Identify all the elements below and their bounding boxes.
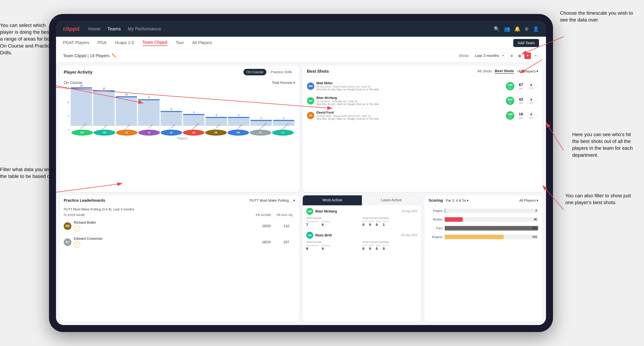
scoring-card: Scoring Par 3, 4 & 5s ▾ All Players ▾ bbox=[424, 195, 542, 322]
sub-nav-all-players[interactable]: All Players bbox=[192, 40, 212, 46]
search-icon[interactable]: 🔍 bbox=[494, 26, 500, 32]
scoring-header: Scoring Par 3, 4 & 5s ▾ All Players ▾ bbox=[424, 195, 542, 206]
total-rounds-label-1: Total Rounds bbox=[306, 240, 361, 243]
best-shots-card: Best Shots All Shots Best Shots ▾ All Pl… bbox=[303, 66, 542, 192]
best-shots-tab[interactable]: Best Shots bbox=[495, 69, 514, 74]
lb-row-1: EC Edward Crossman 2 18/20 107 bbox=[60, 234, 299, 250]
user-circle-icon[interactable]: 👤 bbox=[533, 26, 539, 32]
chart-filter[interactable]: Total Rounds ▾ bbox=[272, 81, 295, 85]
scoring-row-0: Eagles 3 bbox=[428, 208, 538, 213]
bar-group-4: 5E. Ebert bbox=[161, 108, 182, 129]
practice-activities-block-0: Total Practice Activities GTT0 APP0 ARG0… bbox=[362, 216, 418, 227]
arg-col-1: ARG0 bbox=[376, 244, 381, 251]
rounds-values-0: Tournament7 Practice6 bbox=[306, 220, 361, 227]
practice-drills-tab[interactable]: Practice Drills bbox=[268, 69, 295, 75]
bar-chart: 13B. McHarg12R. Britt10D. Ford9J. Coles5… bbox=[70, 87, 295, 129]
most-active-tab[interactable]: Most Active bbox=[303, 195, 362, 205]
bar-label-top: 9 bbox=[148, 96, 150, 99]
bar bbox=[250, 120, 272, 126]
activity-avatar-0: BM bbox=[306, 208, 313, 215]
on-course-tab[interactable]: On Course bbox=[244, 69, 266, 75]
nav-logo: clippd bbox=[63, 26, 80, 32]
shot-item-0[interactable]: MMMatt Miller 09 Jun 2023 · Royal North … bbox=[307, 79, 538, 93]
list-view-icon[interactable]: ▦ bbox=[516, 52, 523, 59]
activity-header-0: BM Blair McHarg 26 Aug 2023 bbox=[306, 208, 418, 215]
chevron-right-icon-1: › bbox=[537, 99, 538, 103]
tournament-col-1: Tournament8 bbox=[306, 244, 318, 251]
bar-label-top: 3 bbox=[238, 114, 240, 117]
annotation-player-select: You can select which player is doing the… bbox=[0, 22, 58, 56]
nav-teams[interactable]: Teams bbox=[108, 26, 121, 32]
sub-nav-hcaps[interactable]: Hcaps 1-5 bbox=[115, 40, 134, 46]
timescale-select[interactable]: Last 3 months bbox=[472, 52, 505, 59]
player-avatar-7: MM bbox=[228, 130, 249, 136]
most-active-card: Most Active Least Active BM Blair McHarg… bbox=[303, 195, 421, 322]
bar bbox=[71, 87, 92, 126]
bar-group-2: 10D. Ford bbox=[116, 93, 137, 129]
least-active-tab[interactable]: Least Active bbox=[362, 195, 421, 205]
player-activity-body: On Course Total Rounds ▾ 15 10 5 bbox=[60, 78, 299, 192]
scoring-filter[interactable]: Par 3, 4 & 5s ▾ bbox=[446, 198, 468, 202]
chart-container: 13B. McHarg12R. Britt10D. Ford9J. Coles5… bbox=[70, 87, 295, 139]
player-activity-title: Player Activity bbox=[64, 70, 244, 75]
add-team-button[interactable]: Add Team bbox=[513, 39, 539, 47]
people-icon[interactable]: 👥 bbox=[504, 26, 510, 32]
lb-pb-score-0: 19/20 bbox=[258, 224, 275, 228]
scoring-bar-value-0: 3 bbox=[535, 209, 537, 212]
sub-nav-pgat[interactable]: PGAT Players bbox=[63, 40, 89, 46]
tournament-col-0: Tournament7 bbox=[306, 220, 318, 227]
bar-group-9: 2L. Robertson bbox=[273, 117, 294, 129]
col-pb-avg: PB AVG SQ bbox=[274, 213, 295, 217]
settings-view-icon[interactable]: ≡ bbox=[532, 52, 539, 59]
player-avatar-8: EC bbox=[250, 130, 271, 136]
player-select-dropdown[interactable]: All Players ▾ bbox=[518, 69, 538, 73]
scoring-bar-container-2: 499 bbox=[445, 226, 538, 230]
carry-badge-2: 0yds bbox=[528, 112, 535, 119]
nav-my-performance[interactable]: My Performance bbox=[128, 26, 161, 32]
activity-name-0: Blair McHarg bbox=[315, 209, 400, 213]
shot-avatar-2: DF bbox=[307, 112, 314, 119]
shot-avatar-0: MM bbox=[307, 82, 314, 90]
sub-nav: PGAT Players PGA Hcaps 1-5 Team Clippd T… bbox=[56, 37, 546, 49]
card-view-icon[interactable]: ♥ bbox=[524, 52, 531, 59]
bell-icon[interactable]: 🔔 bbox=[514, 26, 520, 32]
scoring-bar-container-1: 96 bbox=[445, 217, 538, 222]
lb-row-0: RB Richard Butler 1 19/20 110 bbox=[60, 218, 299, 234]
best-shots-title: Best Shots bbox=[307, 69, 478, 74]
practice-leaderboards-card: Practice Leaderboards PUTT Must Make Put… bbox=[60, 195, 299, 322]
total-rounds-label-0: Total Rounds bbox=[306, 216, 361, 219]
practice-activities-label-0: Total Practice Activities bbox=[362, 216, 418, 219]
scoring-bar-container-3: 315 bbox=[445, 235, 538, 239]
plus-circle-icon[interactable]: ⊕ bbox=[525, 26, 529, 32]
tablet-frame: clippd Home Teams My Performance 🔍 👥 🔔 ⊕… bbox=[49, 14, 553, 332]
drill-select[interactable]: PUTT Must Make Putting ... ▾ bbox=[250, 198, 295, 202]
scoring-label-2: Pars bbox=[428, 226, 442, 230]
lb-name-section-1: Edward Crossman 2 bbox=[74, 237, 255, 248]
nav-home[interactable]: Home bbox=[88, 26, 100, 32]
all-shots-tab[interactable]: All Shots bbox=[478, 69, 492, 74]
team-edit-icon[interactable]: ✏️ bbox=[112, 53, 116, 58]
scoring-player-filter[interactable]: All Players ▾ bbox=[520, 198, 538, 202]
leaderboard-title: Practice Leaderboards bbox=[64, 198, 105, 203]
player-avatar-0: BM bbox=[72, 130, 93, 136]
shot-item-1[interactable]: BMBlair McHarg 23 Jul 2023 · Ashridge GC… bbox=[307, 93, 538, 108]
bar-label-top: 10 bbox=[125, 93, 128, 96]
putt-col-1: PUTT0 bbox=[383, 244, 389, 251]
bar-group-1: 12R. Britt bbox=[93, 87, 114, 129]
sub-nav-pga[interactable]: PGA bbox=[98, 40, 106, 46]
bar-group-3: 9J. Coles bbox=[138, 96, 160, 129]
grid-view-icon[interactable]: ⊞ bbox=[508, 52, 515, 59]
shot-item-2[interactable]: DFDavid Ford 24 Aug 2023 · Royal North D… bbox=[307, 108, 538, 123]
scoring-title: Scoring bbox=[428, 198, 443, 203]
player-avatar-9: LR bbox=[272, 130, 294, 136]
player-avatar-3: JC bbox=[138, 130, 160, 136]
scoring-label-1: Birdies bbox=[428, 218, 442, 221]
bar bbox=[116, 96, 137, 126]
lb-pb-avg-1: 107 bbox=[278, 240, 295, 244]
bar-group-7: 3M. Miller bbox=[228, 114, 249, 129]
sub-nav-team-clippd[interactable]: Team Clippd bbox=[142, 40, 167, 46]
player-avatar-5: OB bbox=[183, 130, 204, 136]
best-shots-body: MMMatt Miller 09 Jun 2023 · Royal North … bbox=[303, 76, 542, 192]
sub-nav-tour[interactable]: Tour bbox=[176, 40, 184, 46]
lb-pb-avg-0: 110 bbox=[278, 224, 295, 228]
